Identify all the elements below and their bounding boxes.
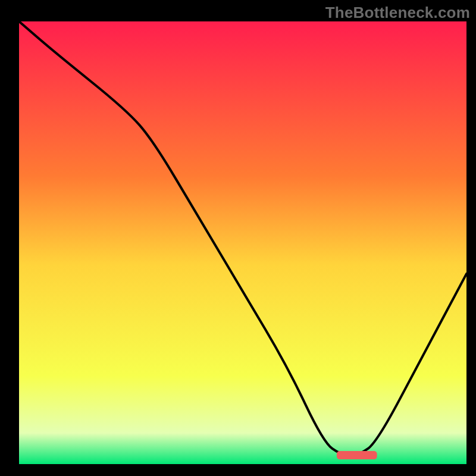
watermark-text: TheBottleneck.com [325,4,470,22]
chart-container: { "watermark": "TheBottleneck.com", "cha… [0,0,476,476]
chart-highlight-segment [337,451,377,459]
bottleneck-chart [0,0,476,476]
